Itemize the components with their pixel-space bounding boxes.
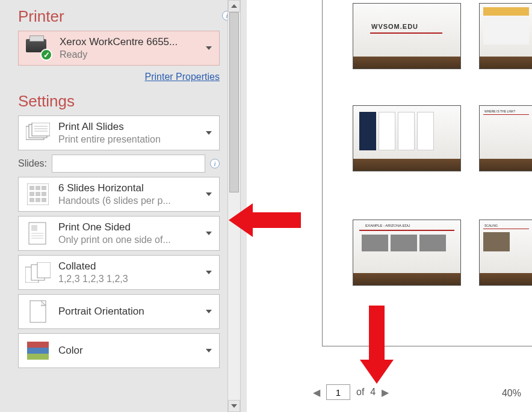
layout-sub: Handouts (6 slides per p... xyxy=(58,195,213,206)
svg-rect-12 xyxy=(42,192,46,196)
page-navigator: ◀ of 4 ▶ xyxy=(313,384,389,400)
svg-rect-9 xyxy=(42,186,46,190)
slide-title: WHERE IS THE LINK? xyxy=(484,109,515,113)
preview-page: WVSOM.EDU WHERE IS THE LINK? EXAMPLE - A… xyxy=(322,0,532,346)
scrollbar-thumb[interactable] xyxy=(229,12,239,192)
preview-slide-4: WHERE IS THE LINK? xyxy=(479,105,532,171)
collated-title: Collated xyxy=(58,260,213,272)
collated-icon xyxy=(25,259,51,286)
preview-slide-2 xyxy=(479,3,532,69)
prev-page-button[interactable]: ◀ xyxy=(313,387,320,398)
chevron-down-icon xyxy=(206,349,212,352)
printer-status: Ready xyxy=(60,49,178,60)
settings-heading: Settings xyxy=(18,92,238,111)
print-what-sub: Print entire presentation xyxy=(58,134,213,145)
chevron-down-icon xyxy=(206,271,212,274)
orientation-title: Portrait Orientation xyxy=(58,306,213,318)
scroll-down-button[interactable] xyxy=(228,400,240,412)
svg-rect-26 xyxy=(27,348,49,354)
scrollbar-track[interactable] xyxy=(228,12,240,400)
print-all-slides-icon xyxy=(25,120,51,146)
printer-name: Xerox WorkCentre 6655... xyxy=(60,36,178,48)
print-settings-panel: Printer i ✓ Xerox WorkCentre 6655... Rea… xyxy=(0,0,238,412)
scroll-up-button[interactable] xyxy=(228,0,240,12)
printer-icon: ✓ xyxy=(25,37,51,60)
layout-title: 6 Slides Horizontal xyxy=(58,182,213,194)
one-sided-icon xyxy=(25,220,51,247)
chevron-down-icon xyxy=(206,131,212,135)
chevron-down-icon xyxy=(206,192,212,196)
printer-selector[interactable]: ✓ Xerox WorkCentre 6655... Ready xyxy=(18,31,220,66)
preview-slide-1: WVSOM.EDU xyxy=(353,3,461,69)
slides-label: Slides: xyxy=(18,158,47,169)
next-page-button[interactable]: ▶ xyxy=(382,387,389,398)
svg-rect-2 xyxy=(32,123,50,136)
chevron-down-icon xyxy=(206,46,212,50)
svg-rect-15 xyxy=(42,198,46,202)
svg-rect-7 xyxy=(29,186,34,190)
of-label: of xyxy=(356,387,364,398)
svg-rect-10 xyxy=(29,192,34,196)
slide-title: SCALING xyxy=(484,224,498,227)
settings-scrollbar[interactable] xyxy=(227,0,241,412)
svg-rect-13 xyxy=(29,198,34,202)
six-slides-icon xyxy=(25,181,51,208)
preview-slide-6: SCALING xyxy=(479,220,532,286)
color-title: Color xyxy=(58,345,213,357)
color-selector[interactable]: Color xyxy=(18,333,220,368)
sides-sub: Only print on one side of... xyxy=(58,235,213,245)
sides-title: Print One Sided xyxy=(58,221,213,233)
layout-selector[interactable]: 6 Slides Horizontal Handouts (6 slides p… xyxy=(18,177,220,212)
slide-title: WVSOM.EDU xyxy=(371,23,418,30)
color-icon xyxy=(25,337,51,364)
zoom-level[interactable]: 40% xyxy=(502,388,521,399)
print-what-selector[interactable]: Print All Slides Print entire presentati… xyxy=(18,115,220,150)
svg-rect-27 xyxy=(27,354,49,360)
svg-rect-11 xyxy=(36,192,40,196)
collated-selector[interactable]: Collated 1,2,3 1,2,3 1,2,3 xyxy=(18,255,220,290)
svg-rect-14 xyxy=(36,198,40,202)
orientation-selector[interactable]: Portrait Orientation xyxy=(18,294,220,329)
slides-range-input[interactable] xyxy=(52,155,205,173)
svg-rect-8 xyxy=(36,186,40,190)
svg-rect-25 xyxy=(27,342,49,348)
printer-properties-link[interactable]: Printer Properties xyxy=(18,72,220,82)
sides-selector[interactable]: Print One Sided Only print on one side o… xyxy=(18,216,220,251)
total-pages: 4 xyxy=(370,387,376,398)
preview-slide-5: EXAMPLE - ARIZONA.EDU xyxy=(353,220,461,286)
page-number-input[interactable] xyxy=(326,384,350,400)
print-what-title: Print All Slides xyxy=(58,121,213,133)
collated-sub: 1,2,3 1,2,3 1,2,3 xyxy=(58,274,213,284)
print-preview-pane: WVSOM.EDU WHERE IS THE LINK? EXAMPLE - A… xyxy=(247,0,532,412)
ready-check-icon: ✓ xyxy=(40,49,52,61)
chevron-down-icon xyxy=(206,232,212,235)
svg-rect-17 xyxy=(31,225,37,231)
svg-rect-23 xyxy=(37,262,51,278)
printer-heading: Printer xyxy=(18,7,222,26)
slide-title: EXAMPLE - ARIZONA.EDU xyxy=(365,224,410,227)
info-icon[interactable]: i xyxy=(210,159,220,168)
portrait-icon xyxy=(25,298,51,325)
chevron-down-icon xyxy=(206,310,212,313)
preview-slide-3 xyxy=(353,105,461,171)
